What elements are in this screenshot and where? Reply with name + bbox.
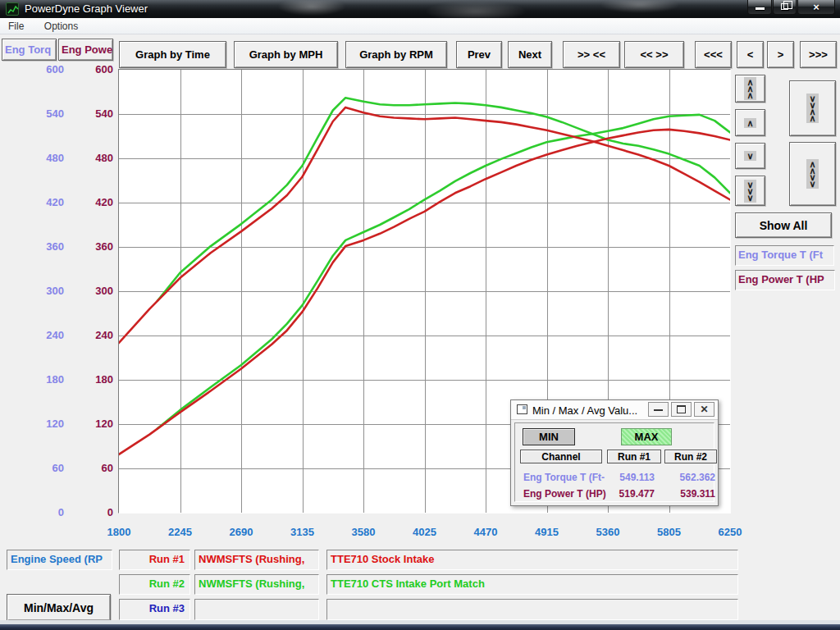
run2-file-field: NWMSFTS (Rushing, [194,574,319,595]
power-channel-button[interactable]: Eng Powe [58,39,113,61]
run3-label: Run #3 [119,599,190,620]
axis-tick-label: 420 [74,196,113,208]
menu-bar: File Options [0,18,840,34]
restore-button[interactable] [773,0,797,15]
axis-tick-label: 480 [25,152,64,164]
run2-label: Run #2 [119,574,190,595]
minmax-torque-run1-value: 549.113 [602,472,655,483]
title-bar[interactable]: PowerDyne Graph Viewer × [0,0,840,18]
minmax-window-icon [517,404,527,414]
axis-tick-label: 240 [74,329,113,341]
minmax-torque-channel: Eng Torque T (Ft- [523,472,605,483]
axis-tick-label: 360 [74,240,113,253]
minmax-close-button[interactable]: ✕ [694,402,714,417]
scroll-far-left-button[interactable]: <<< [695,41,732,68]
minmax-power-channel: Eng Power T (HP) [523,488,606,500]
minmax-torque-run2-value: 562.362 [663,472,715,483]
torque-channel-button[interactable]: Eng Torq [2,39,57,61]
graph-by-mph-button[interactable]: Graph by MPH [234,41,338,68]
axis-tick-label: 4470 [459,526,512,538]
axis-tick-label: 3580 [337,526,390,538]
minmax-minimize-button[interactable] [648,402,669,417]
close-button[interactable]: × [797,0,835,15]
axis-tick-label: 60 [25,462,64,474]
axis-tick-label: 120 [25,418,64,430]
x-zoom-in-button[interactable]: >> << [563,41,620,68]
axis-tick-label: 2690 [215,526,267,538]
axis-tick-label: 0 [74,506,113,518]
axis-tick-label: 540 [25,107,64,120]
axis-tick-label: 5805 [643,526,696,538]
y-zoom-out-button[interactable]: ∧∧∨∨ [789,142,836,206]
y-scroll-up-fast-button[interactable]: ∧∧∧ [735,75,765,103]
next-button[interactable]: Next [508,41,552,68]
axis-tick-label: 1800 [93,526,145,538]
menu-options[interactable]: Options [36,19,86,34]
y-zoom-in-button[interactable]: ∨∨∧∧ [789,80,836,136]
minmax-body: MIN MAX Channel Run #1 Run #2 Eng Torque… [514,422,714,502]
axis-tick-label: 420 [25,196,64,208]
run1-column-header[interactable]: Run #1 [607,450,661,463]
min-tab-button[interactable]: MIN [523,428,575,445]
prev-button[interactable]: Prev [456,41,502,68]
minmax-power-run2-value: 539.311 [663,488,715,500]
menu-file[interactable]: File [0,19,32,34]
axis-tick-label: 480 [74,152,113,164]
axis-tick-label: 6250 [704,526,756,538]
minmax-window[interactable]: Min / Max / Avg Valu... ✕ MIN MAX Channe… [510,399,719,506]
run2-desc-field[interactable]: TTE710 CTS Intake Port Match [326,574,738,595]
window-title: PowerDyne Graph Viewer [25,2,148,15]
axis-tick-label: 300 [25,285,64,297]
channel-column-header[interactable]: Channel [520,450,602,463]
taskbar-edge [0,624,840,630]
graph-by-rpm-button[interactable]: Graph by RPM [345,41,447,68]
axis-tick-label: 120 [74,418,113,430]
axis-tick-label: 3135 [276,526,329,538]
axis-tick-label: 600 [25,63,64,75]
minmax-avg-button[interactable]: Min/Max/Avg [7,594,111,621]
axis-tick-label: 60 [74,462,113,474]
power-axis-label: Eng Power T (HP [735,270,835,290]
run1-label: Run #1 [119,550,190,570]
run2-column-header[interactable]: Run #2 [664,450,717,463]
minmax-power-run1-value: 519.477 [602,488,655,500]
app-icon [6,2,19,16]
powerdyne-window: PowerDyne Graph Viewer × File Options En… [0,0,840,630]
axis-tick-label: 300 [74,285,113,297]
y-scroll-down-fast-button[interactable]: ∨∨∨ [735,176,765,206]
minmax-title-bar[interactable]: Min / Max / Avg Valu... ✕ [511,400,718,420]
show-all-button[interactable]: Show All [735,212,832,238]
run1-file-field: NWMSFTS (Rushing, [194,550,319,570]
max-tab-button[interactable]: MAX [621,428,672,445]
scroll-left-button[interactable]: < [737,41,764,68]
aero-glass-highlight [213,0,788,18]
x-channel-field: Engine Speed (RP [7,550,112,570]
axis-tick-label: 4025 [399,526,451,538]
x-zoom-out-button[interactable]: << >> [624,41,684,68]
graph-by-time-button[interactable]: Graph by Time [119,41,226,68]
scroll-right-button[interactable]: > [767,41,794,68]
y-scroll-up-button[interactable]: ∧ [735,109,765,136]
axis-tick-label: 0 [25,506,64,518]
minmax-maximize-button[interactable] [671,402,692,417]
axis-tick-label: 2245 [154,526,207,538]
axis-tick-label: 4915 [521,526,573,538]
axis-tick-label: 180 [74,373,113,386]
axis-tick-label: 360 [25,240,64,253]
minimize-button[interactable] [747,0,772,15]
run3-file-field [194,599,319,620]
axis-tick-label: 180 [25,373,64,386]
torque-axis-label: Eng Torque T (Ft [735,245,834,266]
axis-tick-label: 540 [74,107,113,120]
axis-tick-label: 240 [25,329,64,341]
run1-desc-field[interactable]: TTE710 Stock Intake [326,550,738,570]
minmax-window-title: Min / Max / Avg Valu... [532,404,637,417]
axis-tick-label: 600 [74,63,113,75]
run3-desc-field[interactable] [326,599,738,620]
axis-tick-label: 5360 [582,526,634,538]
y-scroll-down-button[interactable]: ∨ [735,143,765,169]
scroll-far-right-button[interactable]: >>> [800,41,837,68]
